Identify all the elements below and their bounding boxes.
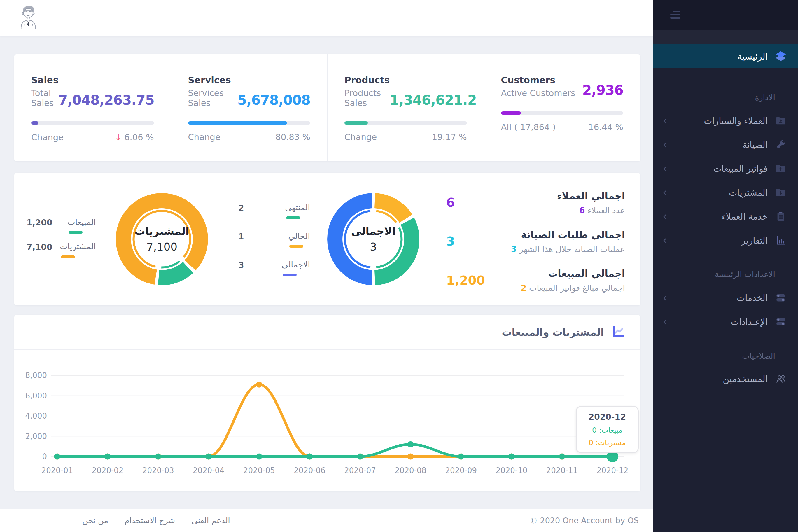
- sidebar-section-label: الاعدادات الرئيسية: [653, 268, 798, 280]
- chevron-left-icon: [661, 117, 669, 125]
- line-chart-title: المشتريات والمبيعات: [502, 326, 604, 338]
- legend-item: المشتريات 7,100: [26, 242, 96, 258]
- copyright-text: © 2020 One Account by OS: [530, 509, 639, 532]
- card-customers: Customers Active Customers 2,936 All ( 1…: [484, 54, 641, 161]
- folder-download-icon: [774, 186, 787, 199]
- footer-link-usage-guide[interactable]: شرح الاستخدام: [125, 516, 175, 525]
- svg-text:2020-05: 2020-05: [243, 466, 275, 475]
- stat-cards-row: Sales Total Sales 7,048,263.75 Change ↓6…: [14, 54, 640, 161]
- sales-change-value: ↓6.06 %: [115, 132, 154, 142]
- footer-link-about[interactable]: من نحن: [82, 516, 108, 525]
- svg-text:8,000: 8,000: [25, 371, 47, 380]
- tooltip-sales: مبيعات: 0: [581, 426, 634, 434]
- chart-tooltip: 2020-12 مبيعات: 0 مشتريات: 0: [576, 406, 639, 453]
- svg-text:2020-03: 2020-03: [142, 466, 174, 475]
- summary-sales-value: 1,200: [446, 273, 485, 288]
- purchases-donut-legend: المبيعات 1,200 المشتريات 7,100: [26, 217, 96, 258]
- card-products: Products Products Sales 1,346,621.2 Chan…: [327, 54, 484, 161]
- products-title: Products: [344, 75, 390, 85]
- sidebar-section-label: الادارة: [653, 92, 798, 103]
- sidebar-item-home[interactable]: الرئيسية: [653, 44, 798, 68]
- customers-value: 2,936: [582, 82, 623, 98]
- line-chart-header: المشتريات والمبيعات: [14, 315, 640, 350]
- sales-title: Sales: [31, 75, 58, 85]
- sidebar-item-label: الخدمات: [737, 293, 768, 303]
- svg-text:0: 0: [42, 452, 47, 461]
- wrench-icon: [774, 138, 787, 151]
- chevron-left-icon: [661, 294, 669, 302]
- sidebar-item-services[interactable]: الخدمات: [653, 286, 798, 310]
- summary-customers: اجمالي العملاء عدد العملاء 6 6: [446, 184, 625, 222]
- total-donut-legend: المنتهي 2 الحالي 1 الاجمالي 3: [238, 203, 310, 276]
- sidebar-section-label: الصلاحيات: [653, 350, 798, 362]
- chevron-left-icon: [661, 188, 669, 196]
- tooltip-purchases: مشتريات: 0: [581, 438, 634, 447]
- svg-text:2020-06: 2020-06: [294, 466, 325, 475]
- chevron-left-icon: [661, 318, 669, 326]
- sidebar-item-sales-invoices[interactable]: فواتير المبيعات: [653, 157, 798, 180]
- products-subtitle: Products Sales: [344, 88, 390, 108]
- layers-icon: [774, 50, 787, 63]
- sales-progress: [31, 121, 154, 125]
- users-icon: [774, 372, 787, 385]
- customers-subtitle: Active Customers: [501, 88, 575, 98]
- products-progress: [344, 121, 467, 125]
- sidebar-item-label: خدمة العملاء: [722, 211, 768, 222]
- sidebar-item-settings[interactable]: الإعـدادات: [653, 310, 798, 334]
- legend-item: الحالي 1: [238, 231, 310, 248]
- legend-item: المبيعات 1,200: [26, 217, 96, 234]
- sidebar-item-customers-cars[interactable]: العملاء والسيارات: [653, 109, 798, 133]
- sidebar-item-users[interactable]: المستخدمين: [653, 367, 798, 391]
- svg-text:2020-10: 2020-10: [496, 466, 528, 475]
- footer-link-technical-support[interactable]: الدعم الفني: [191, 516, 230, 525]
- top-header: [0, 0, 653, 36]
- sidebar-header: [653, 0, 798, 30]
- sales-subtitle: Total Sales: [31, 88, 58, 108]
- menu-toggle-icon[interactable]: [670, 11, 681, 19]
- summary-maintenance: اجمالي طلبات الصيانة عمليات الصيانة خلال…: [446, 222, 625, 261]
- sales-purchases-line-chart[interactable]: 02,0004,0006,0008,0002020-012020-022020-…: [14, 353, 640, 491]
- services-title: Services: [188, 75, 238, 85]
- svg-text:2020-09: 2020-09: [445, 466, 477, 475]
- footer: من نحنشرح الاستخدامالدعم الفني © 2020 On…: [0, 509, 653, 532]
- summary-panel: اجمالي العملاء عدد العملاء 6 6 اجمالي طل…: [431, 173, 640, 305]
- sidebar-item-reports[interactable]: التقارير: [653, 228, 798, 252]
- svg-text:2020-08: 2020-08: [395, 466, 426, 475]
- legend-item: الاجمالي 3: [238, 260, 310, 276]
- svg-text:2020-12: 2020-12: [597, 466, 629, 475]
- customers-title: Customers: [501, 75, 575, 85]
- sidebar-item-label: التقارير: [741, 235, 768, 246]
- svg-text:4,000: 4,000: [25, 412, 47, 420]
- chevron-left-icon: [661, 140, 669, 149]
- clipboard-icon: [774, 210, 787, 223]
- services-subtitle: Services Sales: [188, 88, 238, 108]
- summary-maintenance-value: 3: [446, 234, 455, 248]
- svg-text:6,000: 6,000: [25, 392, 47, 400]
- chevron-left-icon: [661, 236, 669, 244]
- services-change-value: 80.83 %: [276, 132, 310, 142]
- dashboard-screen: الرئيسيةالادارةالعملاء والسياراتالصيانةف…: [0, 0, 798, 532]
- line-chart-card: المشتريات والمبيعات 02,0004,0006,0008,00…: [14, 315, 640, 491]
- sidebar: الرئيسيةالادارةالعملاء والسياراتالصيانةف…: [653, 0, 798, 532]
- sidebar-item-customer-service[interactable]: خدمة العملاء: [653, 205, 798, 228]
- user-avatar[interactable]: [15, 3, 41, 33]
- charts-row: المبيعات 1,200 المشتريات 7,100 المشتريات…: [14, 173, 640, 305]
- sidebar-item-label: المشتريات: [729, 188, 768, 198]
- sidebar-item-maintenance[interactable]: الصيانة: [653, 133, 798, 157]
- products-change-value: 19.17 %: [432, 132, 467, 142]
- sidebar-item-label: الصيانة: [743, 140, 768, 150]
- customers-all-label: All ( 17,864 ): [501, 122, 556, 132]
- sidebar-item-purchases[interactable]: المشتريات: [653, 180, 798, 205]
- purchases-donut-chart[interactable]: المشتريات 7,100: [114, 191, 210, 287]
- legend-item: المنتهي 2: [238, 203, 310, 219]
- total-donut-chart[interactable]: الاجمالي 3: [325, 191, 421, 287]
- svg-text:2020-04: 2020-04: [193, 466, 225, 475]
- services-progress: [188, 121, 311, 125]
- arrow-down-icon: ↓: [115, 132, 122, 142]
- card-services: Services Services Sales 5,678,008 Change…: [171, 54, 327, 161]
- customers-change-value: 16.44 %: [588, 122, 623, 132]
- toggles-icon: [774, 291, 787, 304]
- sidebar-item-label: الإعـدادات: [731, 317, 768, 327]
- card-sales: Sales Total Sales 7,048,263.75 Change ↓6…: [14, 54, 171, 161]
- sales-change-label: Change: [31, 132, 63, 142]
